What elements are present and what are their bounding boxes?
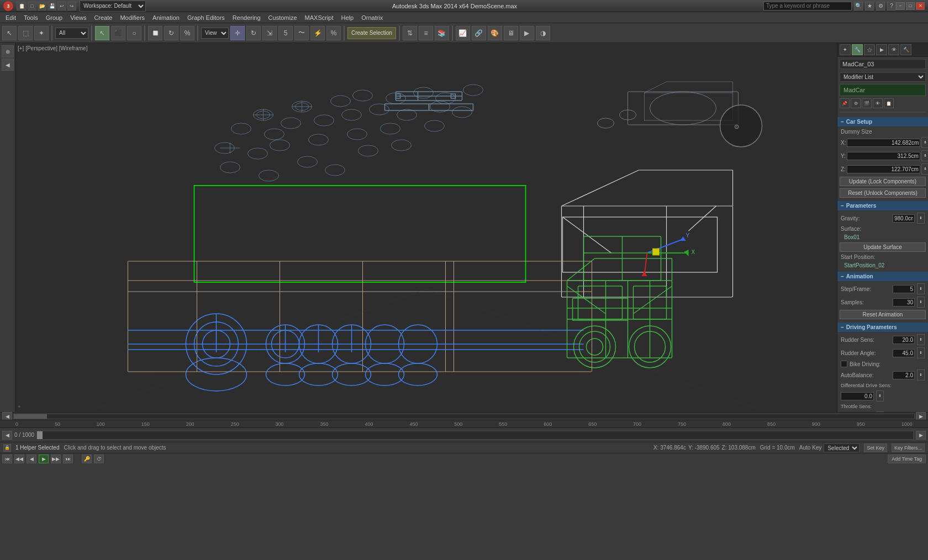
update-surface-button[interactable]: Update Surface: [840, 242, 926, 252]
create-selection-button[interactable]: Create Selection: [347, 27, 396, 39]
snap-toggle[interactable]: 🔲: [148, 26, 162, 40]
menu-views[interactable]: Views: [67, 13, 89, 22]
layer-tool[interactable]: 📚: [435, 26, 449, 40]
menu-group[interactable]: Group: [43, 13, 66, 22]
select-object-btn[interactable]: ↖: [95, 26, 109, 40]
reset-unlock-button[interactable]: Reset (Unlock Components): [840, 188, 926, 198]
update-lock-button[interactable]: Update (Lock Components): [840, 177, 926, 186]
step-frame-input[interactable]: [893, 285, 915, 293]
config-icon[interactable]: ⚙: [851, 98, 861, 108]
search-icon[interactable]: 🔍: [854, 2, 863, 10]
menu-help[interactable]: Help: [338, 13, 357, 22]
menu-graph-editors[interactable]: Graph Editors: [184, 13, 228, 22]
hierarchy-tab[interactable]: ⚝: [864, 44, 875, 55]
bike-driving-checkbox[interactable]: [841, 361, 847, 367]
menu-maxscript[interactable]: MAXScript: [302, 13, 337, 22]
render-btn[interactable]: ▶: [520, 26, 534, 40]
select-tool[interactable]: ↖: [2, 26, 17, 40]
maximize-button[interactable]: □: [906, 2, 915, 10]
curve-tool[interactable]: 〜: [294, 26, 309, 40]
bc-play-btn[interactable]: ▶: [39, 455, 49, 463]
menu-tools[interactable]: Tools: [20, 13, 41, 22]
motion-tab[interactable]: ▶: [876, 44, 887, 55]
menu-ornatrix[interactable]: Ornatrix: [358, 13, 386, 22]
render-setup[interactable]: 🖥: [504, 26, 518, 40]
left-btn-2[interactable]: ◀: [2, 59, 14, 71]
modifier-list-dropdown[interactable]: Modifier List: [840, 72, 926, 82]
samples-spinner[interactable]: ⬍: [917, 297, 925, 308]
move-tool[interactable]: ✛: [230, 26, 245, 40]
help-icon[interactable]: ?: [887, 2, 896, 10]
reset-animation-button[interactable]: Reset Animation: [840, 310, 926, 319]
filter-dropdown[interactable]: All: [55, 28, 88, 39]
bc-time-btn[interactable]: ⏱: [94, 455, 104, 463]
menu-create[interactable]: Create: [91, 13, 115, 22]
y-input[interactable]: [847, 152, 920, 160]
bc-btn-6[interactable]: ⏭: [63, 455, 73, 463]
minimize-button[interactable]: −: [896, 2, 905, 10]
snap-percent[interactable]: %: [180, 26, 194, 40]
rudder-sens-spinner[interactable]: ⬍: [917, 334, 925, 345]
rudder-sens-input[interactable]: [893, 336, 915, 344]
tool-5[interactable]: 5: [278, 26, 293, 40]
modify-tab[interactable]: 🔧: [852, 44, 863, 55]
copy-icon[interactable]: 📋: [884, 98, 894, 108]
anim-icon[interactable]: 🎬: [862, 98, 872, 108]
snap-angle[interactable]: ↻: [164, 26, 178, 40]
bc-btn-1[interactable]: ⏮: [2, 455, 12, 463]
timeline-bar[interactable]: [36, 431, 914, 440]
step-frame-spinner[interactable]: ⬍: [917, 283, 925, 294]
add-time-tag-button[interactable]: Add Time Tag: [888, 455, 926, 463]
timeline-prev-btn[interactable]: ◀: [2, 431, 12, 440]
redo-btn[interactable]: ↪: [67, 2, 76, 10]
material-editor[interactable]: 🎨: [488, 26, 502, 40]
tool-pivot[interactable]: %: [326, 26, 341, 40]
view-dropdown[interactable]: View: [201, 28, 229, 39]
lasso-btn[interactable]: ○: [127, 26, 141, 40]
diff-drive-spinner[interactable]: ⬍: [876, 390, 884, 401]
display-tab[interactable]: 👁: [888, 44, 899, 55]
search-input[interactable]: [763, 2, 852, 10]
menu-rendering[interactable]: Rendering: [229, 13, 264, 22]
y-spinner[interactable]: ⬍: [921, 150, 928, 161]
x-spinner[interactable]: ⬍: [921, 137, 928, 148]
bc-btn-3[interactable]: ◀: [27, 455, 36, 463]
throttle-sens-spinner[interactable]: ⬍: [876, 411, 884, 412]
left-btn-1[interactable]: ⊕: [2, 45, 14, 57]
auto-balance-input[interactable]: [893, 371, 915, 379]
select-region-btn[interactable]: ⬛: [111, 26, 125, 40]
z-spinner[interactable]: ⬍: [921, 163, 928, 175]
bc-btn-5[interactable]: ▶▶: [51, 455, 61, 463]
rudder-angle-spinner[interactable]: ⬍: [917, 347, 925, 358]
utility-tab[interactable]: 🔨: [900, 44, 911, 55]
rudder-angle-input[interactable]: [893, 349, 915, 357]
gravity-input[interactable]: [893, 214, 915, 223]
align-tool[interactable]: ≡: [419, 26, 433, 40]
create-tab[interactable]: ✦: [840, 44, 851, 55]
menu-customize[interactable]: Customize: [265, 13, 300, 22]
new-btn[interactable]: □: [28, 2, 36, 10]
mirror-tool[interactable]: ⇅: [403, 26, 417, 40]
settings-icon[interactable]: ⚙: [876, 2, 885, 10]
key-filters-button[interactable]: Key Filters...: [892, 443, 925, 452]
workspace-dropdown[interactable]: Workspace: Default: [80, 1, 146, 12]
file-btn[interactable]: 📋: [17, 2, 27, 10]
bc-btn-2[interactable]: ◀◀: [14, 455, 24, 463]
set-key-button[interactable]: Set Key: [864, 443, 887, 452]
eye-icon[interactable]: 👁: [873, 98, 883, 108]
object-name-field[interactable]: [840, 59, 926, 69]
samples-input[interactable]: [893, 298, 915, 307]
gravity-spinner[interactable]: ⬍: [917, 213, 925, 224]
schematic-view[interactable]: 🔗: [472, 26, 486, 40]
open-btn[interactable]: 📂: [38, 2, 46, 10]
viewport[interactable]: [+] [Perspective] [Wireframe]: [15, 43, 837, 412]
region-select-tool[interactable]: ⬚: [18, 26, 33, 40]
menu-edit[interactable]: Edit: [2, 13, 19, 22]
status-icon-btn[interactable]: 🔒: [3, 444, 11, 452]
selected-dropdown[interactable]: Selected: [824, 443, 860, 452]
z-input[interactable]: [847, 165, 920, 173]
tool-extra[interactable]: ⚡: [310, 26, 325, 40]
track-view[interactable]: 📈: [456, 26, 470, 40]
freeform-tool[interactable]: ✦: [34, 26, 49, 40]
undo-btn[interactable]: ↩: [57, 2, 66, 10]
